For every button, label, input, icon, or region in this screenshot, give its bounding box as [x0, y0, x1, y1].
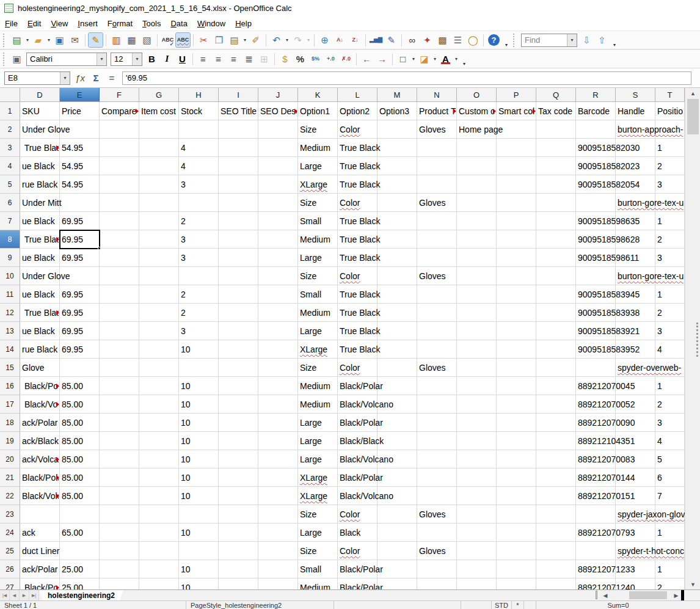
cell-O9[interactable] [457, 249, 497, 267]
cell-J19[interactable] [258, 432, 298, 450]
cell-M18[interactable] [377, 414, 417, 432]
cell-K18[interactable]: Large [298, 414, 338, 432]
cell-F24[interactable] [100, 523, 139, 542]
cell-L24[interactable]: Black [338, 523, 377, 542]
cell-F17[interactable] [100, 395, 139, 414]
cell-J25[interactable] [258, 542, 298, 560]
cell-J4[interactable] [258, 157, 298, 175]
cell-D25[interactable]: duct Liner [20, 542, 60, 560]
cell-D9[interactable]: ue Black [20, 249, 60, 267]
row-header-8[interactable]: 8 [0, 230, 20, 249]
cell-I9[interactable] [219, 249, 258, 267]
toolbar-overflow-icon[interactable]: ▾ [461, 61, 468, 68]
cell-P6[interactable] [497, 194, 536, 212]
cell-G11[interactable] [139, 285, 179, 304]
delete-decimal-icon[interactable]: ✗.0 [339, 52, 353, 66]
cell-L3[interactable]: True Black [338, 139, 377, 157]
cell-J9[interactable] [258, 249, 298, 267]
cell-J26[interactable] [258, 560, 298, 578]
cell-G25[interactable] [139, 542, 179, 560]
row-header-15[interactable]: 15 [0, 359, 20, 377]
cell-T18[interactable]: 3 [655, 414, 685, 432]
cell-D21[interactable]: Black/Pola [20, 469, 60, 487]
cell-K16[interactable]: Medium [298, 377, 338, 395]
cell-N10[interactable]: Gloves [417, 267, 457, 285]
cell-H27[interactable]: 10 [179, 578, 219, 589]
cell-F23[interactable] [100, 505, 139, 523]
cell-K10[interactable]: Size [298, 267, 338, 285]
toolbar-overflow-icon[interactable]: ▾ [611, 42, 618, 49]
row-header-25[interactable]: 25 [0, 542, 20, 560]
cell-P11[interactable] [497, 285, 536, 304]
cell-D11[interactable]: ue Black [20, 285, 60, 304]
cell-L23[interactable]: Color [338, 505, 377, 523]
align-right-icon[interactable]: ≡ [227, 52, 241, 66]
cell-R10[interactable] [576, 267, 616, 285]
column-header-K[interactable]: K [298, 88, 338, 102]
cell-R21[interactable]: 889212070144 [576, 469, 616, 487]
edit-mode-icon[interactable]: ✎ [89, 33, 103, 47]
cell-Q21[interactable] [536, 469, 576, 487]
cell-K13[interactable]: Large [298, 322, 338, 340]
cell-T13[interactable]: 3 [655, 322, 685, 340]
column-header-H[interactable]: H [179, 88, 219, 102]
row-header-14[interactable]: 14 [0, 340, 20, 359]
cell-M25[interactable] [377, 542, 417, 560]
cell-N16[interactable] [417, 377, 457, 395]
cell-F25[interactable] [100, 542, 139, 560]
cell-G4[interactable] [139, 157, 179, 175]
menu-window[interactable]: Window [192, 17, 230, 30]
cell-O2[interactable]: Home page [457, 120, 497, 139]
cell-T26[interactable]: 1 [655, 560, 685, 578]
cell-M1[interactable]: Option3 [377, 102, 417, 120]
cell-J11[interactable] [258, 285, 298, 304]
cell-G22[interactable] [139, 487, 179, 505]
find-input[interactable]: Find▾ [521, 34, 577, 47]
cell-K26[interactable]: Small [298, 560, 338, 578]
cell-I4[interactable] [219, 157, 258, 175]
cell-O21[interactable] [457, 469, 497, 487]
cell-R17[interactable]: 889212070052 [576, 395, 616, 414]
cell-L26[interactable]: Black/Polar [338, 560, 377, 578]
cell-R23[interactable] [576, 505, 616, 523]
cell-E9[interactable]: 69.95 [60, 249, 100, 267]
cell-D15[interactable]: Glove [20, 359, 60, 377]
cell-K27[interactable]: Medium [298, 578, 338, 589]
menu-insert[interactable]: Insert [73, 17, 103, 30]
cell-E23[interactable] [60, 505, 100, 523]
find-replace-icon[interactable]: ∞ [405, 33, 419, 47]
cell-P20[interactable] [497, 450, 536, 469]
cell-Q26[interactable] [536, 560, 576, 578]
cell-H4[interactable]: 4 [179, 157, 219, 175]
cell-P1[interactable]: Smart col [497, 102, 536, 120]
align-justified-icon[interactable]: ≣ [242, 52, 256, 66]
cell-T7[interactable]: 1 [655, 212, 685, 230]
cell-E24[interactable]: 65.00 [60, 523, 100, 542]
cell-R22[interactable]: 889212070151 [576, 487, 616, 505]
cell-P15[interactable] [497, 359, 536, 377]
cell-M2[interactable] [377, 120, 417, 139]
cell-N14[interactable] [417, 340, 457, 359]
cell-D17[interactable]: Black/Vo [20, 395, 60, 414]
cell-R11[interactable]: 9009518583945 [576, 285, 616, 304]
cell-F7[interactable] [100, 212, 139, 230]
bold-icon[interactable]: B [145, 52, 159, 66]
last-sheet-button[interactable]: ▶| [29, 590, 39, 600]
cell-Q19[interactable] [536, 432, 576, 450]
cell-I22[interactable] [219, 487, 258, 505]
cell-N18[interactable] [417, 414, 457, 432]
dropdown-arrow-icon[interactable]: ▾ [46, 37, 52, 43]
toolbar-grip[interactable] [3, 34, 7, 47]
cell-L7[interactable]: True Black [338, 212, 377, 230]
font-color-icon[interactable]: A [439, 52, 453, 66]
borders-icon[interactable]: □ [396, 52, 410, 66]
cell-N24[interactable] [417, 523, 457, 542]
cell-S15[interactable]: spyder-overweb- [616, 359, 655, 377]
cell-K17[interactable]: Medium [298, 395, 338, 414]
cell-Q8[interactable] [536, 230, 576, 249]
cell-G12[interactable] [139, 304, 179, 322]
cell-R1[interactable]: Barcode [576, 102, 616, 120]
cell-J8[interactable] [258, 230, 298, 249]
cell-L4[interactable]: True Black [338, 157, 377, 175]
cell-H11[interactable]: 2 [179, 285, 219, 304]
